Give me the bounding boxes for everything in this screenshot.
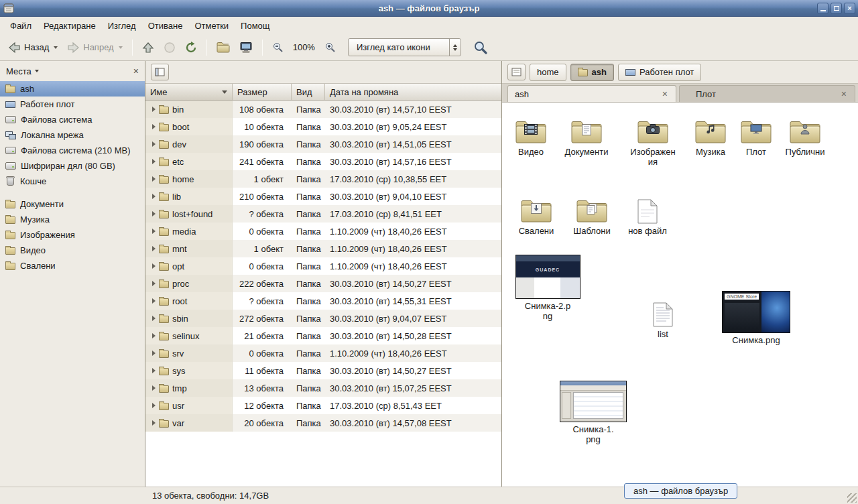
sidebar-item-video[interactable]: Видео (0, 243, 145, 258)
menu-item[interactable]: Изглед (102, 18, 142, 34)
file-row[interactable]: home 1 обект Папка 17.03.2010 (ср) 10,38… (145, 170, 501, 188)
sidebar-item-encrypted-volume[interactable]: Шифриран дял (80 GB) (0, 158, 145, 174)
menu-item[interactable]: Файл (4, 18, 38, 34)
expander-icon[interactable] (152, 403, 156, 408)
expander-icon[interactable] (152, 141, 156, 147)
titlebar[interactable]: ash — файлов браузър × (0, 0, 858, 17)
sidebar-item-ash[interactable]: ash (0, 81, 145, 97)
icon-folder-desktop[interactable]: Плот (729, 114, 783, 157)
menu-item[interactable]: Редактиране (38, 18, 102, 34)
column-header-size[interactable]: Размер (233, 84, 292, 100)
file-row[interactable]: proc 222 обекта Папка 30.03.2010 (вт) 14… (145, 275, 501, 292)
file-row[interactable]: opt 0 обекта Папка 1.10.2009 (чт) 18,40,… (145, 257, 501, 275)
file-row[interactable]: usr 12 обекта Папка 17.03.2010 (ср) 8,51… (145, 397, 501, 414)
tab-ash[interactable]: ash × (507, 85, 676, 102)
home-button[interactable] (212, 39, 234, 56)
expander-icon[interactable] (152, 246, 156, 251)
column-header-type[interactable]: Вид (292, 84, 325, 100)
close-button[interactable]: × (844, 3, 855, 14)
back-button[interactable]: Назад (4, 39, 62, 56)
maximize-button[interactable] (831, 3, 842, 14)
file-row[interactable]: etc 241 обекта Папка 30.03.2010 (вт) 14,… (145, 153, 501, 170)
computer-button[interactable] (235, 39, 257, 56)
stop-button[interactable] (160, 39, 180, 56)
window-app-icon[interactable] (3, 3, 14, 13)
icon-folder-downloads[interactable]: Свалени (509, 193, 563, 236)
tab-desktop[interactable]: Плот × (679, 85, 855, 102)
expander-icon[interactable] (152, 281, 156, 286)
icon-folder-public[interactable]: Публични (778, 114, 832, 157)
pathbar-button-ash[interactable]: ash (570, 64, 614, 81)
expander-icon[interactable] (152, 298, 156, 304)
forward-button[interactable]: Напред (63, 39, 126, 56)
column-header-name[interactable]: Име (145, 84, 233, 100)
icon-view[interactable]: Видео Документи Изображения (502, 103, 858, 487)
view-mode-select[interactable]: Изглед като икони (348, 38, 461, 56)
view-mode-arrows[interactable] (449, 39, 461, 56)
file-row[interactable]: lib 210 обекта Папка 30.03.2010 (вт) 9,0… (145, 188, 501, 205)
expander-icon[interactable] (152, 229, 156, 234)
sidebar-title[interactable]: Места (6, 66, 32, 76)
expander-icon[interactable] (152, 385, 156, 391)
sidebar-item-trash[interactable]: Кошче (0, 174, 145, 189)
column-header-date[interactable]: Дата на промяна (325, 84, 501, 100)
expander-icon[interactable] (152, 333, 156, 338)
expander-icon[interactable] (152, 211, 156, 216)
reload-button[interactable] (181, 39, 201, 56)
expander-icon[interactable] (152, 368, 156, 373)
icon-image-snimka[interactable]: GNOME Store Снимка.png (721, 291, 791, 345)
file-row[interactable]: bin 108 обекта Папка 30.03.2010 (вт) 14,… (145, 101, 501, 118)
pathbar-root-button[interactable] (507, 64, 526, 80)
expander-icon[interactable] (152, 316, 156, 321)
sidebar-item-filesystem[interactable]: Файлова система (0, 112, 145, 127)
back-dropdown-icon[interactable] (54, 46, 58, 49)
file-row[interactable]: mnt 1 обект Папка 1.10.2009 (чт) 18,40,2… (145, 240, 501, 257)
expander-icon[interactable] (152, 159, 156, 164)
expander-icon[interactable] (152, 124, 156, 129)
menu-item[interactable]: Отметки (188, 18, 235, 34)
sidebar-close-button[interactable]: × (133, 66, 139, 76)
file-row[interactable]: srv 0 обекта Папка 1.10.2009 (чт) 18,40,… (145, 344, 501, 362)
file-row[interactable]: boot 10 обекта Папка 30.03.2010 (вт) 9,0… (145, 118, 501, 135)
sidebar-item-downloads[interactable]: Свалени (0, 258, 145, 273)
expander-icon[interactable] (152, 176, 156, 182)
pathbar-button-home[interactable]: home (530, 64, 566, 81)
expander-icon[interactable] (152, 194, 156, 199)
expander-icon[interactable] (152, 420, 156, 426)
tab-close-icon[interactable]: × (840, 88, 848, 99)
file-row[interactable]: root ? обекта Папка 30.03.2010 (вт) 14,5… (145, 292, 501, 310)
icon-folder-templates[interactable]: Шаблони (565, 193, 619, 236)
tab-close-icon[interactable]: × (661, 88, 669, 99)
file-row[interactable]: tmp 13 обекта Папка 30.03.2010 (вт) 15,0… (145, 379, 501, 397)
location-toggle-button[interactable] (151, 64, 169, 80)
sidebar-item-desktop[interactable]: Работен плот (0, 97, 145, 112)
file-row[interactable]: media 0 обекта Папка 1.10.2009 (чт) 18,4… (145, 223, 501, 240)
icon-image-snimka-2[interactable]: GUADEC Снимка-2.png (514, 255, 581, 321)
file-row[interactable]: dev 190 обекта Папка 30.03.2010 (вт) 14,… (145, 135, 501, 153)
pathbar-button-desktop[interactable]: Работен плот (618, 64, 701, 81)
expander-icon[interactable] (152, 351, 156, 356)
sidebar-item-documents[interactable]: Документи (0, 196, 145, 212)
expander-icon[interactable] (152, 107, 156, 112)
icon-folder-documents[interactable]: Документи (560, 114, 613, 157)
file-row[interactable]: var 20 обекта Папка 30.03.2010 (вт) 14,5… (145, 414, 501, 432)
icon-folder-pictures[interactable]: Изображения (629, 114, 677, 167)
resize-grip[interactable] (847, 493, 857, 503)
sidebar-item-pictures[interactable]: Изображения (0, 227, 145, 243)
zoom-in-button[interactable] (320, 39, 340, 56)
sidebar-item-filesystem-210mb[interactable]: Файлова система (210 MB) (0, 143, 145, 158)
zoom-out-button[interactable] (268, 39, 288, 56)
expander-icon[interactable] (152, 263, 156, 269)
icon-file-list[interactable]: list (643, 300, 683, 339)
search-button[interactable] (469, 38, 492, 58)
menu-item[interactable]: Помощ (235, 18, 275, 34)
file-row[interactable]: selinux 21 обекта Папка 30.03.2010 (вт) … (145, 327, 501, 344)
icon-image-snimka-1[interactable]: Снимка-1.png (560, 381, 627, 444)
sidebar-item-local-network[interactable]: Локална мрежа (0, 127, 145, 143)
icon-file-new[interactable]: нов файл (621, 193, 674, 236)
file-row[interactable]: sys 11 обекта Папка 30.03.2010 (вт) 14,5… (145, 362, 501, 379)
up-button[interactable] (138, 39, 158, 56)
menu-item[interactable]: Отиване (142, 18, 189, 34)
sidebar-dropdown-icon[interactable] (35, 70, 39, 72)
file-row[interactable]: lost+found ? обекта Папка 17.03.2010 (ср… (145, 205, 501, 223)
